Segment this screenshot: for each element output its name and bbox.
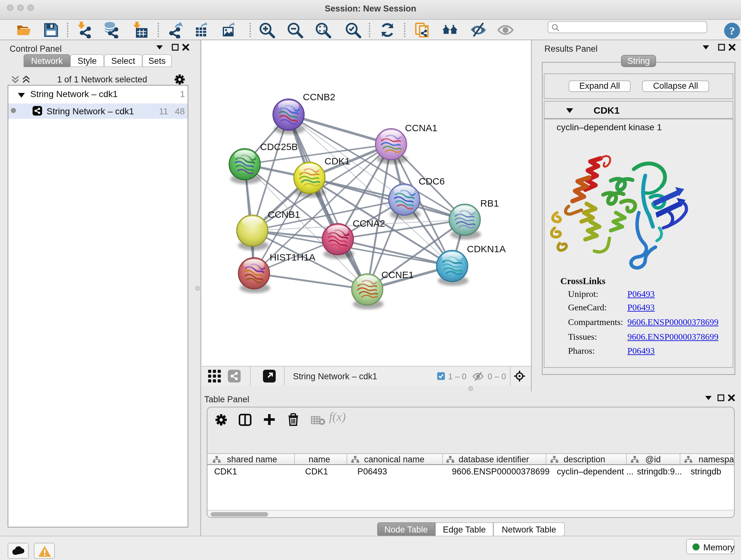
svg-text:CDK1: CDK1 [324,155,350,166]
svg-text:CCNE1: CCNE1 [381,269,414,280]
svg-text:RB1: RB1 [480,198,498,208]
svg-text:CDC6: CDC6 [418,176,445,186]
svg-text:CDKN1A: CDKN1A [467,243,506,254]
svg-text:CCNB2: CCNB2 [302,91,335,102]
svg-text:?: ? [729,24,735,37]
svg-text:CCNA1: CCNA1 [405,122,437,133]
svg-text:HIST1H1A: HIST1H1A [269,252,315,262]
svg-text:CCNB1: CCNB1 [267,209,300,219]
svg-text:CDC25B: CDC25B [260,141,297,152]
svg-text:CCNA2: CCNA2 [352,218,385,228]
